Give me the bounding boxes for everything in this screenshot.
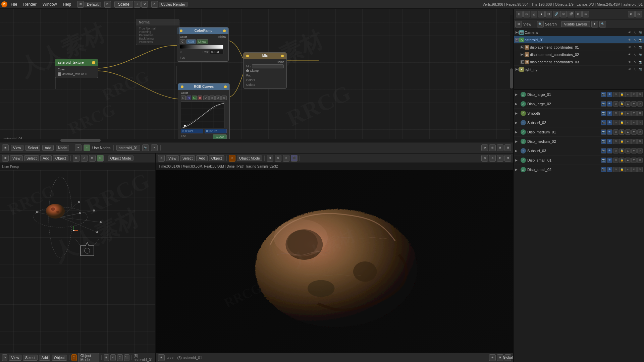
menu-window[interactable]: Window — [40, 1, 60, 7]
vp-right-select-btn[interactable]: Select — [180, 155, 195, 161]
ne-select-btn[interactable]: Select — [25, 145, 41, 151]
dl02-lock-btn[interactable]: 🔒 — [619, 101, 625, 107]
ss03-eye-btn[interactable]: 👁 — [607, 148, 612, 154]
dl02-up-btn[interactable]: ▲ — [625, 101, 631, 107]
vp-right-icon3[interactable]: ⊡ — [497, 155, 503, 162]
outliner-item-camera[interactable]: ▶ 📷 Camera 👁 ↖ 📷 — [514, 29, 644, 36]
ss02-expand[interactable]: ▶ — [515, 121, 519, 124]
dm01-render-btn[interactable]: 📷 — [601, 129, 606, 135]
ne-scrollbar-thumb[interactable] — [510, 68, 513, 88]
camera-render-btn[interactable]: 📷 — [638, 30, 643, 35]
light-expand[interactable]: ▶ — [515, 68, 519, 71]
ne-material-btn[interactable]: asteroid_01 — [116, 145, 141, 151]
rp-icon1[interactable]: ⊞ — [516, 11, 523, 17]
layer-disp-medium-01[interactable]: ▶ △ Disp_medium_01 📷 👁 ⊙ 🔒 ▲ ▼ ✕ — [514, 127, 644, 137]
ot-search-btn[interactable]: 🔍 — [599, 21, 606, 27]
disp03-expand[interactable]: ▶ — [521, 60, 524, 64]
ss03-down-btn[interactable]: ▼ — [631, 148, 637, 154]
vp-left-content[interactable]: RRCG 人人素材 RRCG — [0, 170, 155, 353]
ds02-expand[interactable]: ▶ — [515, 168, 519, 171]
dm02-select-btn[interactable]: ⊙ — [613, 139, 619, 144]
dm01-select-btn[interactable]: ⊙ — [613, 129, 619, 135]
ss03-render-btn[interactable]: 📷 — [601, 148, 606, 154]
disp03-cursor-btn[interactable]: ↖ — [633, 60, 637, 64]
colorramp-gradient[interactable] — [180, 45, 223, 49]
mix-slider[interactable] — [252, 64, 284, 68]
rgbc-b-btn[interactable]: B — [198, 96, 202, 100]
colorramp-pos-input[interactable] — [210, 50, 223, 54]
ds02-up-btn[interactable]: ▲ — [625, 167, 631, 172]
rgbc-tool3[interactable]: ↺ — [215, 96, 221, 100]
ss02-lock-btn[interactable]: 🔒 — [619, 120, 625, 125]
ds01-select-btn[interactable]: ⊙ — [613, 158, 619, 163]
engine-selector[interactable]: Cycles Render — [159, 2, 187, 7]
dm02-expand[interactable]: ▶ — [515, 140, 519, 143]
mode-selector[interactable]: Default — [85, 2, 101, 7]
scene-selector[interactable]: Scene — [114, 1, 133, 8]
vp-left-object2[interactable]: Object — [52, 355, 67, 361]
asteroid-eye-btn[interactable]: 👁 — [627, 38, 632, 42]
ss02-up-btn[interactable]: ▲ — [625, 120, 631, 125]
rgbc-r-btn[interactable]: R — [186, 96, 192, 100]
menu-help[interactable]: Help — [60, 1, 74, 7]
smooth-lock-btn[interactable]: 🔒 — [619, 111, 625, 116]
ot-dropdown[interactable]: ▼ — [591, 21, 598, 27]
ss02-down-btn[interactable]: ▼ — [631, 120, 637, 125]
rgbc-x-val[interactable]: 0.08621 — [181, 129, 203, 133]
asteroid-cursor-btn[interactable]: ↖ — [633, 38, 637, 42]
vp-mode-icon4[interactable]: ⬡ — [97, 155, 104, 162]
dm02-close-btn[interactable]: ✕ — [637, 139, 643, 144]
rp-icon6[interactable]: 🔗 — [553, 11, 559, 17]
rp-right-icon1[interactable]: ⊕ — [628, 11, 635, 17]
vp-right-shade1[interactable]: ⊟ — [267, 155, 273, 162]
ds01-render-btn[interactable]: 📷 — [601, 158, 606, 163]
rp-icon9[interactable]: ⊕ — [575, 11, 582, 17]
vp-object-mode[interactable]: Object Mode — [108, 156, 133, 161]
light-render-btn[interactable]: 📷 — [638, 67, 643, 72]
light-eye-btn[interactable]: 👁 — [627, 67, 632, 72]
vp-left-view2[interactable]: View — [9, 355, 21, 361]
disp02-cursor-btn[interactable]: ↖ — [633, 52, 637, 57]
ds02-eye-btn[interactable]: 👁 — [607, 167, 612, 172]
vp-left-select-btn[interactable]: Select — [24, 155, 39, 161]
dl02-render-btn[interactable]: 📷 — [601, 101, 606, 107]
camera-cursor-btn[interactable]: ↖ — [633, 30, 637, 35]
vp-shade2[interactable]: ⊙ — [110, 354, 116, 361]
rgbc-tool1[interactable]: ↙ — [203, 96, 209, 100]
rp-icon4[interactable]: ♦ — [538, 11, 545, 17]
disp01-eye-btn[interactable]: 👁 — [627, 45, 632, 50]
ot-visible-layers-btn[interactable]: Visible Layers — [561, 21, 590, 27]
dl02-close-btn[interactable]: ✕ — [637, 101, 643, 107]
dm01-expand[interactable]: ▶ — [515, 130, 519, 134]
ne-icon2[interactable]: ⊡ — [489, 144, 496, 151]
ss03-select-btn[interactable]: ⊙ — [613, 148, 619, 154]
dm02-render-btn[interactable]: 📷 — [601, 139, 606, 144]
vp-right-icon1[interactable]: ⊕ — [481, 155, 488, 162]
rgbc-y-val[interactable]: 0.95192 — [205, 129, 227, 133]
smooth-eye-btn[interactable]: 👁 — [607, 111, 612, 116]
ne-add-material[interactable]: + — [151, 144, 158, 151]
node-mix[interactable]: Mix Color Mix Clamp — [243, 52, 287, 89]
vp-right-shade3[interactable]: ⬡ — [283, 155, 289, 162]
menu-file[interactable]: File — [8, 1, 20, 7]
outliner-item-disp01[interactable]: ▶ ⊕ displacement_coordinates_01 👁 ↖ 📷 — [514, 44, 644, 51]
rgbc-g-btn[interactable]: G — [192, 96, 197, 100]
ss02-render-btn[interactable]: 📷 — [601, 120, 606, 125]
ds01-up-btn[interactable]: ▲ — [625, 158, 631, 163]
disp03-render-btn[interactable]: 📷 — [638, 60, 643, 64]
disp01-expand[interactable]: ▶ — [521, 46, 524, 49]
vpr-global-btn[interactable]: Global — [504, 354, 511, 361]
rp-icon5[interactable]: ⊡ — [545, 11, 552, 17]
ds02-down-btn[interactable]: ▼ — [631, 167, 637, 172]
dl01-close-btn[interactable]: ✕ — [637, 92, 643, 97]
camera-expand[interactable]: ▶ — [515, 31, 519, 34]
node-asteroid-texture[interactable]: asteroid_texture Color □ asteroid_textur… — [55, 59, 98, 78]
disp01-cursor-btn[interactable]: ↖ — [633, 45, 637, 50]
layer-disp-small-02[interactable]: ▶ △ Disp_small_02 📷 👁 ⊙ 🔒 ▲ ▼ ✕ — [514, 165, 644, 174]
dl02-eye-btn[interactable]: 👁 — [607, 101, 612, 107]
vp-right-view-btn[interactable]: View — [166, 155, 179, 161]
ds01-close-btn[interactable]: ✕ — [637, 158, 643, 163]
outliner-item-disp03[interactable]: ▶ ⊕ displacement_coordinates_03 👁 ↖ 📷 — [514, 58, 644, 66]
ds02-render-btn[interactable]: 📷 — [601, 167, 606, 172]
dm01-eye-btn[interactable]: 👁 — [607, 129, 612, 135]
